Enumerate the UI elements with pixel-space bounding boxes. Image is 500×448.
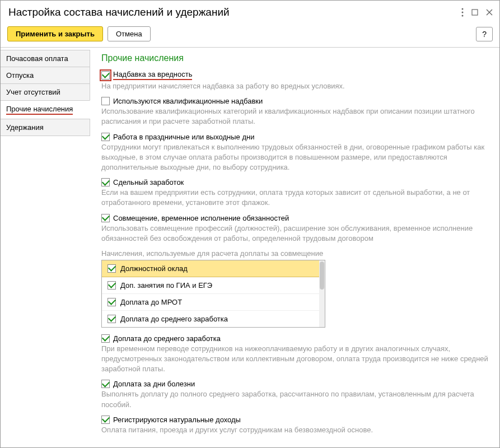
combination-list-caption: Начисления, используемые для расчета доп…	[101, 249, 489, 258]
combination-desc: Использовать совмещение профессий (должн…	[101, 223, 489, 244]
svg-rect-3	[472, 10, 478, 15]
help-button[interactable]: ?	[476, 27, 493, 41]
natural-desc: Оплата питания, проезда и других услуг с…	[101, 425, 489, 435]
sidebar-item-absences[interactable]: Учет отсутствий	[1, 83, 90, 101]
list-item-label: Доп. занятия по ГИА и ЕГЭ	[120, 281, 212, 290]
hazard-desc: На предприятии начисляется надбавка за р…	[101, 81, 489, 91]
sidebar: Почасовая оплата Отпуска Учет отсутствий…	[1, 48, 90, 447]
sidebar-item-other-accruals[interactable]: Прочие начисления	[1, 100, 90, 119]
avg-pay-desc: При временном переводе сотрудников на ни…	[101, 344, 489, 375]
svg-point-0	[462, 8, 464, 10]
sick-checkbox[interactable]	[101, 380, 110, 388]
hazard-checkbox[interactable]	[101, 71, 110, 80]
list-item[interactable]: Доплата до среднего заработка	[102, 311, 325, 327]
natural-label: Регистрируются натуральные доходы	[113, 416, 241, 424]
list-item[interactable]: Доплата до МРОТ	[102, 294, 325, 311]
sidebar-item-label: Удержания	[6, 123, 44, 132]
holidays-checkbox[interactable]	[101, 133, 110, 141]
list-item-label: Должностной оклад	[120, 264, 188, 273]
list-item-checkbox[interactable]	[108, 281, 116, 290]
combination-label: Совмещение, временное исполнение обязанн…	[113, 214, 289, 222]
list-item-checkbox[interactable]	[108, 298, 116, 306]
sidebar-item-label: Учет отсутствий	[6, 88, 60, 96]
scrollbar-thumb[interactable]	[320, 262, 324, 290]
listbox-scrollbar[interactable]	[319, 260, 325, 327]
qualification-label: Используются квалификационные надбавки	[113, 97, 263, 105]
piecework-desc: Если на вашем предприятии есть сотрудник…	[101, 188, 489, 208]
maximize-icon[interactable]	[471, 9, 478, 16]
kebab-menu-icon[interactable]	[461, 8, 464, 17]
list-item-checkbox[interactable]	[108, 264, 116, 273]
sidebar-item-deductions[interactable]: Удержания	[1, 119, 90, 136]
sidebar-item-label: Отпуска	[6, 71, 34, 80]
sick-label: Доплата за дни болезни	[113, 380, 195, 388]
list-item-label: Доплата до МРОТ	[120, 298, 182, 306]
holidays-desc: Сотрудники могут привлекаться к выполнен…	[101, 142, 489, 173]
svg-point-1	[462, 12, 464, 13]
combination-listbox[interactable]: Должностной оклад Доп. занятия по ГИА и …	[101, 260, 325, 328]
cancel-button[interactable]: Отмена	[108, 26, 151, 41]
hazard-label: Надбавка за вредность	[113, 70, 192, 80]
content-panel: Прочие начисления Надбавка за вредность …	[90, 48, 499, 447]
qualification-desc: Использование квалификационных категорий…	[101, 106, 489, 127]
piecework-label: Сдельный заработок	[113, 178, 184, 186]
list-item[interactable]: Доп. занятия по ГИА и ЕГЭ	[102, 277, 325, 294]
combination-checkbox[interactable]	[101, 214, 110, 222]
sidebar-item-hourly[interactable]: Почасовая оплата	[1, 50, 90, 67]
sidebar-item-label: Почасовая оплата	[6, 54, 68, 63]
list-item[interactable]: Должностной оклад	[102, 260, 325, 277]
window-title: Настройка состава начислений и удержаний	[8, 6, 230, 18]
natural-checkbox[interactable]	[101, 416, 110, 424]
list-item-checkbox[interactable]	[108, 315, 116, 323]
svg-point-2	[462, 15, 464, 17]
sidebar-item-vacations[interactable]: Отпуска	[1, 67, 90, 84]
sick-desc: Выполнять доплату до полного среднего за…	[101, 389, 489, 409]
qualification-checkbox[interactable]	[101, 97, 110, 105]
sidebar-item-label: Прочие начисления	[6, 105, 73, 115]
apply-and-close-button[interactable]: Применить и закрыть	[7, 26, 103, 41]
avg-pay-label: Доплата до среднего заработка	[113, 334, 221, 343]
holidays-label: Работа в праздничные или выходные дни	[113, 133, 254, 141]
piecework-checkbox[interactable]	[101, 178, 110, 186]
avg-pay-checkbox[interactable]	[101, 334, 110, 343]
section-heading: Прочие начисления	[101, 53, 489, 63]
close-icon[interactable]	[486, 9, 493, 16]
list-item-label: Доплата до среднего заработка	[120, 315, 228, 323]
